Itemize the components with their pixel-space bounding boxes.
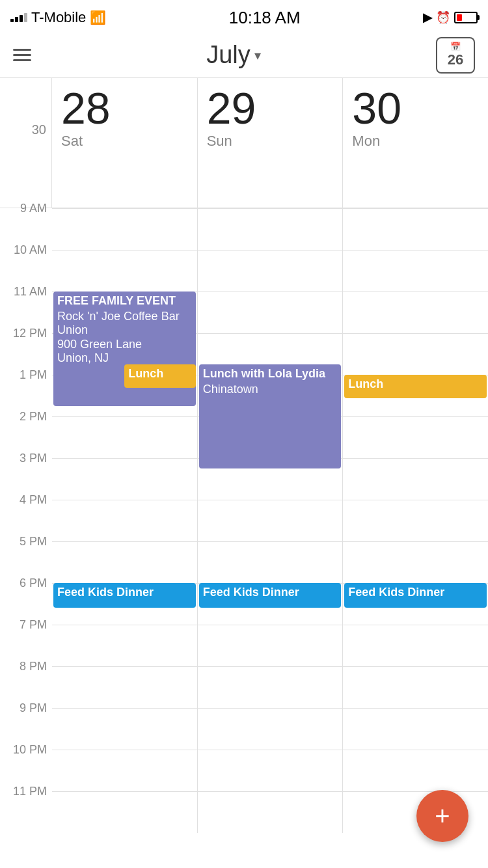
day-headers-row: 30 28 Sat 29 Sun 30 Mon [0,78,488,208]
hour-line [52,708,197,709]
month-label: July [206,41,251,69]
hour-line [52,500,197,500]
hour-line [198,750,343,750]
hour-line [343,500,488,500]
days-events-grid: FREE FAMILY EVENT Rock 'n' Joe Coffee Ba… [52,208,488,833]
fab-icon: + [435,802,450,831]
event-title: Feed Kids Dinner [57,586,192,600]
hour-line [198,250,343,251]
hour-line [343,791,488,792]
app-header: July ▾ 📅 26 [0,33,488,78]
hour-line [52,666,197,667]
time-label-6pm: 6 PM [0,576,52,618]
day-header-sat: 28 Sat [52,78,198,208]
time-grid: 9 AM 10 AM 11 AM 12 PM 1 PM 2 PM 3 PM 4 … [0,208,488,833]
hour-line [198,625,343,625]
event-lunch-sat[interactable]: Lunch [124,364,195,388]
time-label-11pm: 11 PM [0,785,52,826]
hour-line [198,208,343,209]
event-title: Lunch with Lola Lydia [203,367,338,381]
alarm-icon: ⏰ [436,10,450,25]
time-label-9pm: 9 PM [0,701,52,743]
location-icon: ▶ [423,10,432,25]
hour-line [52,250,197,251]
week-number-gutter: 30 [0,78,52,208]
hour-line [52,750,197,750]
status-bar: T-Mobile 📶 10:18 AM ▶ ⏰ [0,0,488,33]
hour-line [52,791,197,792]
day-name-sun: Sun [207,133,232,150]
time-labels-column: 9 AM 10 AM 11 AM 12 PM 1 PM 2 PM 3 PM 4 … [0,208,52,833]
hour-line [343,708,488,709]
status-left: T-Mobile 📶 [10,9,106,26]
day-name-mon: Mon [352,133,380,150]
hour-line [198,500,343,500]
hour-line [198,708,343,709]
event-feed-kids-sun[interactable]: Feed Kids Dinner [199,583,342,608]
today-button[interactable]: 📅 26 [436,37,475,74]
event-feed-kids-mon[interactable]: Feed Kids Dinner [344,583,487,608]
signal-bars-icon [10,13,27,22]
hour-line [343,750,488,750]
battery-icon [454,12,478,23]
hour-line [198,541,343,542]
hour-line [52,625,197,625]
time-label-10am: 10 AM [0,243,52,285]
hour-line [52,416,197,417]
day-number-sat: 28 [61,86,111,130]
time-label-12pm: 12 PM [0,327,52,368]
mon-column: Lunch Feed Kids Dinner [343,208,488,833]
hour-line [343,333,488,334]
day-header-sun: 29 Sun [198,78,344,208]
time-label-8pm: 8 PM [0,660,52,701]
menu-button[interactable] [13,49,31,61]
time-label-2pm: 2 PM [0,410,52,452]
event-subtitle: Chinatown [203,383,338,397]
hour-line [343,416,488,417]
hour-line [343,666,488,667]
sun-column: Lunch with Lola Lydia Chinatown Feed Kid… [198,208,344,833]
event-feed-kids-sat[interactable]: Feed Kids Dinner [53,583,196,608]
hour-line [343,208,488,209]
carrier-label: T-Mobile [31,9,86,26]
day-name-sat: Sat [61,133,83,150]
day-header-mon: 30 Mon [343,78,488,208]
week-label: 30 [32,122,46,137]
hour-line [52,541,197,542]
hour-line [198,791,343,792]
hour-line [343,292,488,292]
event-lunch-mon[interactable]: Lunch [344,375,487,398]
hour-line [198,292,343,292]
event-subtitle: Rock 'n' Joe Coffee Bar Union900 Green L… [57,310,192,366]
hour-line [198,666,343,667]
status-right: ▶ ⏰ [423,10,478,25]
hour-line [52,208,197,209]
time-label-10pm: 10 PM [0,743,52,785]
month-dropdown-icon: ▾ [254,47,261,63]
hour-line [343,541,488,542]
wifi-icon: 📶 [90,10,106,25]
time-label-1pm: 1 PM [0,368,52,410]
sat-column: FREE FAMILY EVENT Rock 'n' Joe Coffee Ba… [52,208,198,833]
hour-line [198,333,343,334]
event-free-family[interactable]: FREE FAMILY EVENT Rock 'n' Joe Coffee Ba… [53,292,196,406]
event-title: Lunch [128,367,191,381]
calendar-grid: 30 28 Sat 29 Sun 30 Mon 9 AM 10 AM 11 AM… [0,78,488,833]
time-label-7pm: 7 PM [0,618,52,660]
day-number-sun: 29 [207,86,256,130]
month-title[interactable]: July ▾ [206,41,261,69]
hour-line [343,625,488,625]
time-label-3pm: 3 PM [0,452,52,493]
time-label-11am: 11 AM [0,285,52,327]
today-number: 26 [448,51,463,68]
time-label-5pm: 5 PM [0,535,52,576]
time-label-9am: 9 AM [0,202,52,243]
hour-line [52,458,197,459]
hour-line [343,250,488,251]
event-title: FREE FAMILY EVENT [57,294,192,308]
event-lunch-lola[interactable]: Lunch with Lola Lydia Chinatown [199,364,342,468]
hour-line [343,458,488,459]
status-time: 10:18 AM [229,8,301,28]
time-label-4pm: 4 PM [0,493,52,535]
day-number-mon: 30 [352,86,401,130]
